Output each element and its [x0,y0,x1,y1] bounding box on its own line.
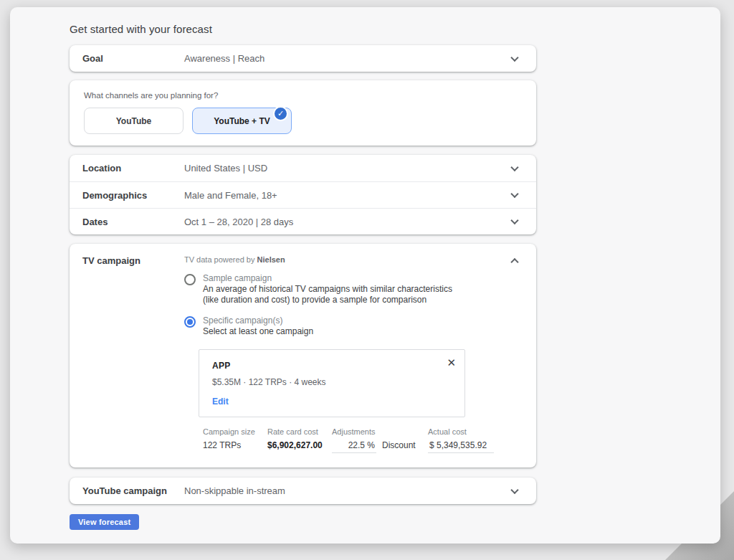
tv-campaign-card: TV campaign TV data powered by Nielsen S… [70,244,536,468]
powered-by-text: TV data powered by Nielsen [184,255,503,264]
channel-option-youtube-label: YouTube [116,116,152,126]
chevron-down-icon[interactable] [510,217,518,224]
powered-by-prefix: TV data powered by [184,255,257,264]
settings-group-card: Location United States | USD Demographic… [70,155,536,234]
campaign-name: APP [212,361,453,371]
youtube-campaign-row[interactable]: YouTube campaign Non-skippable in-stream [70,478,536,504]
rate-card-cost-stat: Rate card cost $6,902,627.00 [267,427,332,453]
location-value: United States | USD [184,163,267,174]
actual-cost-input[interactable]: $ 5,349,535.92 [428,440,494,453]
channel-buttons: YouTube YouTube + TV ✓ [84,108,522,134]
specific-campaign-desc: Select at least one campaign [203,326,313,336]
page-title: Get started with your forecast [70,23,536,35]
sample-campaign-title: Sample campaign [203,273,452,283]
radio-selected-icon[interactable] [184,316,196,328]
adjustments-label: Adjustments [332,427,428,436]
form-content: Get started with your forecast Goal Awar… [70,7,536,530]
rate-card-cost-label: Rate card cost [267,427,332,436]
actual-cost-label: Actual cost [428,427,494,436]
adjustments-type: Discount [382,440,416,450]
youtube-campaign-label: YouTube campaign [70,485,184,496]
location-row[interactable]: Location United States | USD [70,155,536,181]
adjustments-stat: Adjustments 22.5 % Discount [332,427,428,453]
campaign-size-value: 122 TRPs [203,440,267,450]
adjustments-line: 22.5 % Discount [332,440,428,453]
channels-card: What channels are you planning for? YouT… [70,80,536,146]
sample-campaign-option[interactable]: Sample campaign An average of historical… [184,273,503,305]
chevron-down-icon[interactable] [510,163,518,171]
channel-option-youtube[interactable]: YouTube [84,108,184,134]
close-icon[interactable]: ✕ [447,356,456,369]
tv-campaign-body: TV data powered by Nielsen Sample campai… [184,255,536,453]
selected-campaign-card: APP ✕ $5.35M · 122 TRPs · 4 weeks Edit [199,349,465,417]
specific-campaign-texts: Specific campaign(s) Select at least one… [203,315,313,336]
campaign-stats-row: Campaign size 122 TRPs Rate card cost $6… [203,427,503,453]
radio-unselected-icon[interactable] [184,274,196,285]
view-forecast-button[interactable]: View forecast [70,514,139,530]
location-label: Location [70,163,184,174]
forecast-setup-page: Get started with your forecast Goal Awar… [10,7,720,544]
campaign-summary: $5.35M · 122 TRPs · 4 weeks [212,377,453,387]
goal-label: Goal [70,53,184,64]
sample-campaign-desc-line2: (like duration and cost) to provide a sa… [203,295,452,305]
demographics-label: Demographics [70,190,184,201]
dates-label: Dates [70,217,184,227]
demographics-value: Male and Female, 18+ [184,190,277,201]
edit-campaign-link[interactable]: Edit [212,397,229,407]
sample-campaign-desc-line1: An average of historical TV campaigns wi… [203,284,452,294]
dates-value: Oct 1 – 28, 2020 | 28 days [184,217,293,227]
chevron-down-icon[interactable] [510,53,518,61]
channel-option-youtube-tv[interactable]: YouTube + TV ✓ [192,108,292,134]
rate-card-cost-value: $6,902,627.00 [267,440,332,450]
dates-row[interactable]: Dates Oct 1 – 28, 2020 | 28 days [70,208,536,234]
campaign-size-stat: Campaign size 122 TRPs [203,427,267,453]
powered-by-brand: Nielsen [257,255,285,264]
goal-row[interactable]: Goal Awareness | Reach [70,45,536,72]
channel-option-youtube-tv-label: YouTube + TV [214,116,270,126]
check-icon: ✓ [273,106,288,121]
adjustments-input[interactable]: 22.5 % [332,440,376,453]
sample-campaign-texts: Sample campaign An average of historical… [203,273,452,305]
youtube-campaign-value: Non-skippable in-stream [184,485,285,496]
youtube-campaign-card: YouTube campaign Non-skippable in-stream [70,478,536,504]
demographics-row[interactable]: Demographics Male and Female, 18+ [70,181,536,208]
actual-cost-stat: Actual cost $ 5,349,535.92 [428,427,494,453]
goal-value: Awareness | Reach [184,53,264,64]
specific-campaign-title: Specific campaign(s) [203,315,313,326]
tv-campaign-label: TV campaign [82,255,140,266]
channels-question: What channels are you planning for? [84,91,522,100]
campaign-size-label: Campaign size [203,427,267,436]
chevron-down-icon[interactable] [510,485,518,493]
chevron-down-icon[interactable] [510,190,518,198]
specific-campaign-option[interactable]: Specific campaign(s) Select at least one… [184,315,503,336]
